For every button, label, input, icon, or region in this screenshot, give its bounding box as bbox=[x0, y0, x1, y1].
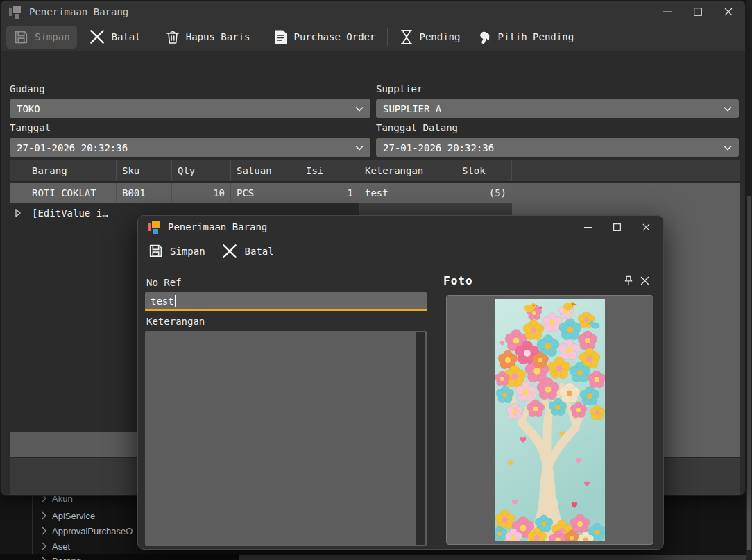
batal-button[interactable]: Batal bbox=[81, 24, 148, 49]
dialog-titlebar: Penerimaan Barang bbox=[138, 216, 663, 238]
dialog-batal-label: Batal bbox=[245, 246, 274, 257]
close-icon bbox=[724, 8, 733, 16]
gudang-combo[interactable]: TOKO bbox=[10, 99, 370, 118]
supplier-label: Supplier bbox=[376, 83, 422, 94]
main-titlebar: Penerimaan Barang bbox=[1, 1, 745, 23]
tree-item-approvalpurchase[interactable]: ApprovalPurchaseO bbox=[42, 524, 135, 538]
cell-isi[interactable]: 1 bbox=[300, 183, 359, 203]
chevron-right-icon bbox=[42, 542, 46, 550]
foto-panel-header: Foto bbox=[438, 270, 658, 291]
foto-close-icon[interactable] bbox=[640, 276, 649, 285]
pin-icon[interactable] bbox=[624, 275, 633, 286]
app-icon bbox=[9, 6, 22, 19]
tanggal-datang-combo[interactable]: 27-01-2026 20:32:36 bbox=[376, 138, 739, 157]
grid-header: Barang Sku Qty Satuan Isi Keterangan Sto… bbox=[10, 160, 740, 182]
dialog-maximize-button[interactable] bbox=[602, 216, 631, 238]
column-header-stok[interactable]: Stok bbox=[456, 160, 512, 181]
dialog-title: Penerimaan Barang bbox=[168, 221, 267, 232]
tree-indent-guide bbox=[32, 496, 33, 560]
no-ref-label: No Ref bbox=[146, 277, 182, 288]
pending-button[interactable]: Pending bbox=[393, 26, 467, 49]
tree-item-apiservice[interactable]: ApiService bbox=[42, 509, 95, 523]
chevron-down-icon bbox=[724, 106, 732, 112]
no-ref-input[interactable]: test bbox=[145, 292, 427, 311]
background-scrollbar[interactable] bbox=[747, 196, 751, 550]
gudang-value: TOKO bbox=[17, 103, 355, 114]
dialog-simpan-label: Simpan bbox=[170, 246, 205, 257]
background-bottom-strip bbox=[0, 554, 239, 560]
cell-stok[interactable]: (5) bbox=[456, 183, 512, 203]
supplier-combo[interactable]: SUPPLIER A bbox=[376, 99, 739, 118]
minimize-button[interactable] bbox=[652, 1, 683, 23]
no-ref-value: test bbox=[151, 296, 174, 307]
tree-item-label: Aset bbox=[52, 541, 70, 552]
foto-picture-frame[interactable] bbox=[446, 295, 653, 545]
keterangan-scrollbar[interactable] bbox=[416, 332, 425, 545]
pending-label: Pending bbox=[419, 31, 460, 42]
save-icon bbox=[13, 29, 29, 45]
dialog-toolbar: Simpan Batal bbox=[138, 238, 663, 264]
background-window-edge bbox=[746, 0, 752, 560]
main-toolbar: Simpan Batal Hapus Baris bbox=[1, 23, 745, 51]
document-icon bbox=[274, 29, 288, 45]
minimize-icon bbox=[584, 223, 592, 231]
text-caret bbox=[175, 295, 176, 307]
cell-keterangan[interactable]: test bbox=[359, 183, 456, 203]
maximize-button[interactable] bbox=[683, 1, 713, 23]
chevron-down-icon bbox=[724, 145, 732, 151]
tree-item-label: ApiService bbox=[52, 511, 95, 521]
tanggal-value: 27-01-2026 20:32:36 bbox=[17, 142, 355, 153]
purchase-order-button[interactable]: Purchase Order bbox=[267, 26, 382, 49]
hourglass-icon bbox=[400, 29, 413, 45]
cell-sku[interactable]: B001 bbox=[117, 183, 172, 203]
maximize-icon bbox=[694, 8, 702, 16]
column-header-isi[interactable]: Isi bbox=[300, 160, 359, 181]
foto-image bbox=[495, 299, 605, 541]
grid-indicator-header bbox=[10, 160, 26, 181]
trash-icon bbox=[165, 29, 180, 45]
window-title: Penerimaan Barang bbox=[29, 6, 128, 17]
cell-qty[interactable]: 10 bbox=[172, 183, 231, 203]
pilih-pending-button[interactable]: Pilih Pending bbox=[470, 26, 581, 49]
column-header-barang[interactable]: Barang bbox=[26, 160, 117, 181]
column-header-satuan[interactable]: Satuan bbox=[231, 160, 300, 181]
tree-item-barang[interactable]: Barang bbox=[42, 554, 81, 560]
toolbar-separator bbox=[153, 28, 153, 46]
chevron-down-icon bbox=[355, 145, 364, 151]
close-button[interactable] bbox=[713, 1, 744, 23]
simpan-button[interactable]: Simpan bbox=[6, 26, 77, 49]
tanggal-datang-label: Tanggal Datang bbox=[376, 122, 458, 133]
column-header-sku[interactable]: Sku bbox=[117, 160, 172, 181]
background-bottom-bar bbox=[239, 555, 746, 560]
cell-barang[interactable]: ROTI COKLAT bbox=[26, 183, 117, 203]
chevron-right-icon bbox=[42, 511, 46, 520]
tanggal-label: Tanggal bbox=[10, 122, 51, 133]
hapus-baris-label: Hapus Baris bbox=[186, 31, 250, 42]
toolbar-separator bbox=[387, 28, 388, 46]
tanggal-combo[interactable]: 27-01-2026 20:32:36 bbox=[10, 138, 370, 157]
gudang-label: Gudang bbox=[10, 83, 45, 94]
dialog-simpan-button[interactable]: Simpan bbox=[148, 243, 205, 259]
keterangan-textarea[interactable] bbox=[145, 331, 427, 546]
dialog-close-button[interactable] bbox=[631, 216, 660, 238]
column-header-keterangan[interactable]: Keterangan bbox=[359, 160, 456, 181]
cell-satuan[interactable]: PCS bbox=[231, 183, 300, 203]
tanggal-datang-value: 27-01-2026 20:32:36 bbox=[383, 142, 724, 153]
purchase-order-label: Purchase Order bbox=[293, 31, 375, 42]
toolbar-separator bbox=[262, 28, 262, 46]
row-arrow-icon bbox=[15, 209, 21, 217]
chevron-down-icon bbox=[355, 106, 364, 112]
cancel-icon bbox=[221, 242, 239, 260]
hapus-baris-button[interactable]: Hapus Baris bbox=[158, 26, 257, 49]
table-row[interactable]: ROTI COKLAT B001 10 PCS 1 test (5) bbox=[10, 183, 512, 203]
column-header-qty[interactable]: Qty bbox=[172, 160, 231, 181]
maximize-icon bbox=[613, 223, 621, 231]
tree-item-label: ApprovalPurchaseO bbox=[52, 526, 133, 536]
dialog-minimize-button[interactable] bbox=[573, 216, 602, 238]
dialog-batal-button[interactable]: Batal bbox=[221, 242, 274, 260]
edit-row-text[interactable]: [EditValue i… bbox=[26, 203, 117, 223]
tree-item-aset[interactable]: Aset bbox=[42, 539, 70, 553]
close-icon bbox=[642, 223, 650, 231]
tree-item-label: Barang bbox=[52, 556, 81, 560]
dialog-window: Penerimaan Barang Simp bbox=[137, 215, 664, 550]
